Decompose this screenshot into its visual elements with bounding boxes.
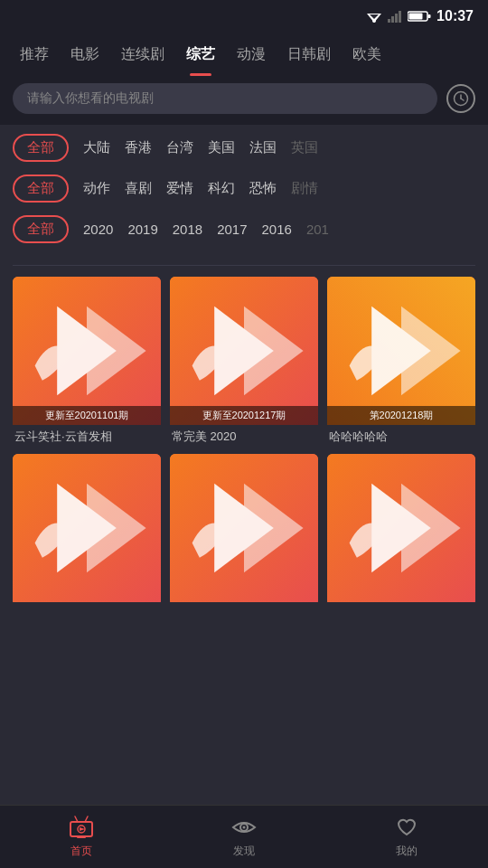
filter-2017[interactable]: 2017: [217, 222, 247, 237]
nav-discover-label: 发现: [233, 844, 255, 859]
tv-icon: [68, 815, 95, 840]
signal-icon: [388, 10, 402, 23]
nav-discover[interactable]: 发现: [230, 815, 258, 859]
svg-rect-32: [77, 836, 86, 838]
filter-faguo[interactable]: 法国: [249, 139, 277, 156]
card-thumb-2: 更新至20201217期: [170, 277, 318, 425]
filter-aiqing[interactable]: 爱情: [166, 180, 193, 197]
tab-dongman[interactable]: 动漫: [226, 33, 277, 76]
tab-dianying[interactable]: 电影: [60, 33, 110, 76]
filter-row-genre: 全部 动作 喜剧 爱情 科幻 恐怖 剧情: [13, 175, 475, 203]
filter-juqing[interactable]: 剧情: [291, 180, 318, 197]
filter-xiju[interactable]: 喜剧: [125, 180, 152, 197]
heart-icon: [393, 815, 420, 840]
card-5[interactable]: [170, 454, 318, 606]
svg-rect-9: [428, 14, 431, 18]
svg-rect-4: [391, 16, 394, 23]
search-placeholder: 请输入你想看的电视剧: [27, 90, 154, 107]
svg-rect-8: [409, 14, 423, 20]
filter-taiwan[interactable]: 台湾: [166, 139, 193, 156]
card-thumb-6: [327, 454, 475, 602]
filter-2016[interactable]: 2016: [262, 222, 292, 237]
card-2[interactable]: 更新至20201217期 常完美 2020: [170, 277, 318, 445]
clock-icon: [453, 90, 469, 107]
svg-rect-3: [388, 19, 390, 23]
play-logo-5: [170, 454, 318, 602]
filter-meiguo[interactable]: 美国: [208, 139, 235, 156]
svg-rect-5: [395, 14, 398, 23]
tab-rihanju[interactable]: 日韩剧: [277, 33, 342, 76]
wifi-icon: [366, 10, 382, 23]
card-3[interactable]: 第20201218期 哈哈哈哈哈: [327, 277, 475, 445]
filter-dalu[interactable]: 大陆: [83, 139, 110, 156]
filter-2018[interactable]: 2018: [173, 222, 202, 237]
nav-home[interactable]: 首页: [68, 815, 95, 859]
play-logo-1: [13, 277, 161, 425]
card-4[interactable]: [13, 454, 161, 606]
tab-zongyi[interactable]: 综艺: [175, 33, 226, 76]
history-button[interactable]: [446, 84, 475, 113]
nav-tabs: 推荐 电影 连续剧 综艺 动漫 日韩剧 欧美: [0, 33, 488, 76]
card-badge-3: 第20201218期: [327, 406, 475, 425]
filter-yingguo[interactable]: 英国: [291, 139, 318, 156]
search-bar: 请输入你想看的电视剧: [0, 76, 488, 125]
eye-icon: [230, 815, 258, 840]
filters: 全部 大陆 香港 台湾 美国 法国 英国 全部 动作 喜剧 爱情 科幻 恐怖 剧…: [0, 125, 488, 265]
content-grid: 更新至20201101期 云斗笑社·云首发相: [0, 268, 488, 615]
filter-all-genre[interactable]: 全部: [13, 175, 69, 203]
filter-row-region: 全部 大陆 香港 台湾 美国 法国 英国: [13, 134, 475, 162]
card-1[interactable]: 更新至20201101期 云斗笑社·云首发相: [13, 277, 161, 445]
svg-line-12: [461, 99, 464, 100]
status-icons: 10:37: [366, 8, 474, 24]
filter-all-region[interactable]: 全部: [13, 134, 69, 162]
nav-home-label: 首页: [70, 844, 92, 859]
card-title-1: 云斗笑社·云首发相: [13, 429, 161, 445]
tab-oumei[interactable]: 欧美: [342, 33, 392, 76]
filter-2019[interactable]: 2019: [127, 222, 157, 237]
play-logo-4: [13, 454, 161, 602]
filter-row-year: 全部 2020 2019 2018 2017 2016 201: [13, 215, 475, 243]
nav-my-label: 我的: [396, 844, 418, 859]
svg-point-2: [372, 19, 376, 23]
play-logo-2: [170, 277, 318, 425]
filter-2020[interactable]: 2020: [83, 222, 113, 237]
filter-all-year[interactable]: 全部: [13, 215, 69, 243]
card-6[interactable]: [327, 454, 475, 606]
card-thumb-4: [13, 454, 161, 602]
card-thumb-1: 更新至20201101期: [13, 277, 161, 425]
bottom-nav: 首页 发现 我的: [0, 805, 488, 868]
filter-xianggang[interactable]: 香港: [125, 139, 152, 156]
filter-older[interactable]: 201: [306, 222, 329, 237]
svg-rect-6: [399, 11, 401, 23]
filter-dongzuo[interactable]: 动作: [83, 180, 110, 197]
svg-point-38: [243, 826, 246, 829]
battery-icon: [408, 10, 431, 23]
play-logo-6: [327, 454, 475, 602]
status-time: 10:37: [436, 8, 474, 24]
card-title-2: 常完美 2020: [170, 429, 318, 445]
filter-kongbu[interactable]: 恐怖: [249, 180, 277, 197]
card-badge-1: 更新至20201101期: [13, 406, 161, 425]
card-title-3: 哈哈哈哈哈: [327, 429, 475, 445]
card-thumb-5: [170, 454, 318, 602]
play-logo-3: [327, 277, 475, 425]
search-input-wrap[interactable]: 请输入你想看的电视剧: [13, 83, 437, 114]
tab-tuijian[interactable]: 推荐: [9, 33, 60, 76]
divider: [13, 265, 475, 266]
filter-kehuan[interactable]: 科幻: [208, 180, 235, 197]
card-thumb-3: 第20201218期: [327, 277, 475, 425]
status-bar: 10:37: [0, 0, 488, 33]
card-badge-2: 更新至20201217期: [170, 406, 318, 425]
nav-my[interactable]: 我的: [393, 815, 420, 859]
tab-lianxuju[interactable]: 连续剧: [110, 33, 175, 76]
